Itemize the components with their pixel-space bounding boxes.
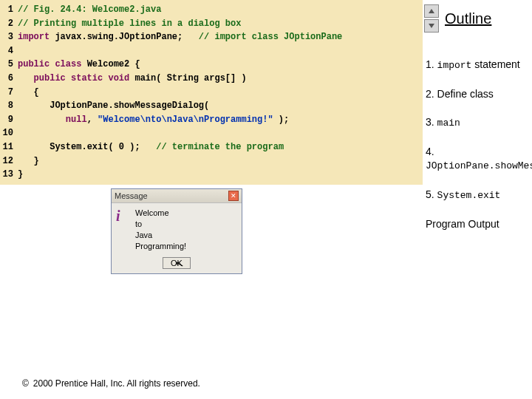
code-content: { [18,86,39,100]
copyright-symbol: © [22,378,29,389]
outline-title: Outline [445,10,491,27]
code-line: 3import javax.swing.JOptionPane; // impo… [0,30,423,44]
code-line: 13} [0,168,423,182]
code-content: null, "Welcome\nto\nJava\nProgramming!" … [18,113,289,127]
code-content: JOptionPane.showMessageDialog( [18,99,209,113]
outline-items: 1. import statement2. Define class3. mai… [426,58,529,245]
code-content: // Fig. 24.4: Welcome2.java [18,3,161,17]
code-content: } [18,154,39,168]
outline-item: 3. main [426,115,529,130]
line-number: 2 [0,17,18,31]
code-line: 4 [0,44,423,58]
line-number: 5 [0,58,18,72]
code-content: public class Welcome2 { [18,58,140,72]
dialog-line: Programming! [135,241,186,252]
copyright-text: 2000 Prentice Hall, Inc. All rights rese… [33,378,200,389]
line-number: 11 [0,140,18,154]
nav-down-button[interactable] [424,19,439,33]
line-number: 13 [0,168,18,182]
line-number: 3 [0,30,18,44]
dialog-title-text: Message [115,191,148,200]
nav-up-button[interactable] [424,4,439,18]
line-number: 7 [0,86,18,100]
info-icon: i [116,208,135,251]
svg-marker-0 [429,9,434,13]
code-block: 1// Fig. 24.4: Welcome2.java2// Printing… [0,0,423,185]
outline-item: 1. import statement [426,58,529,72]
nav-buttons [424,4,439,33]
code-line: 8 JOptionPane.showMessageDialog( [0,99,423,113]
dialog-titlebar: Message ✕ [112,189,242,203]
outline-item: Program Output [426,217,529,231]
code-line: 9 null, "Welcome\nto\nJava\nProgramming!… [0,113,423,127]
code-content: public static void main( String args[] ) [18,72,247,86]
code-content: } [18,168,23,182]
code-line: 10 [0,126,423,140]
close-icon[interactable]: ✕ [228,191,239,201]
line-number: 9 [0,113,18,127]
outline-item: 5. System.exit [426,188,529,202]
outline-item: 2. Define class [426,87,529,100]
line-number: 6 [0,72,18,86]
sidebar: Outline 1. import statement2. Define cla… [423,0,532,399]
line-number: 4 [0,44,18,58]
dialog-message: WelcometoJavaProgramming! [135,208,186,251]
svg-marker-1 [429,24,434,28]
copyright: © 2000 Prentice Hall, Inc. All rights re… [22,378,200,389]
code-line: 5public class Welcome2 { [0,58,423,72]
outline-item: 4.JOptionPane.showMessageDialog [426,145,529,173]
code-line: 2// Printing multiple lines in a dialog … [0,17,423,31]
line-number: 1 [0,3,18,17]
code-line: 11 System.exit( 0 ); // terminate the pr… [0,140,423,154]
line-number: 10 [0,126,18,140]
code-line: 7 { [0,86,423,100]
dialog-line: to [135,219,186,230]
code-content: import javax.swing.JOptionPane; // impor… [18,30,342,44]
code-content: // Printing multiple lines in a dialog b… [18,17,241,31]
line-number: 8 [0,99,18,113]
dialog-body: i WelcometoJavaProgramming! [112,203,242,256]
code-line: 12 } [0,154,423,168]
code-content: System.exit( 0 ); // terminate the progr… [18,140,284,154]
dialog-line: Welcome [135,208,186,219]
code-line: 6 public static void main( String args[]… [0,72,423,86]
line-number: 12 [0,154,18,168]
dialog-line: Java [135,230,186,241]
code-line: 1// Fig. 24.4: Welcome2.java [0,3,423,17]
